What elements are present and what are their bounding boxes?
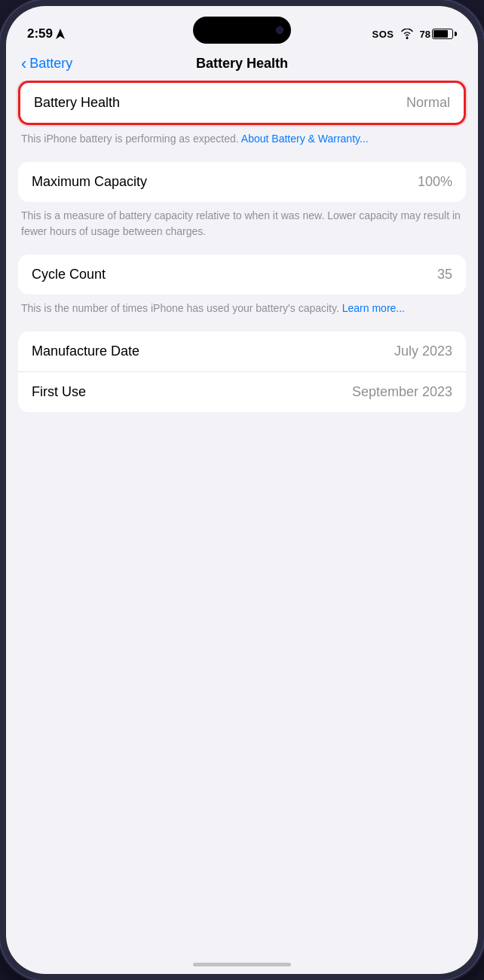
battery-warranty-link[interactable]: About Battery & Warranty... — [241, 133, 369, 145]
manufacture-date-row: Manufacture Date July 2023 — [18, 331, 466, 371]
cycle-count-label: Cycle Count — [32, 267, 106, 282]
page-title: Battery Health — [196, 56, 288, 72]
cycle-count-learn-more-link[interactable]: Learn more... — [342, 302, 405, 314]
battery-health-label: Battery Health — [34, 95, 120, 111]
camera-dot — [276, 26, 283, 34]
back-chevron-icon: ‹ — [21, 56, 26, 72]
manufacture-date-value: July 2023 — [394, 343, 452, 359]
battery-health-card: Battery Health Normal — [18, 81, 466, 125]
cycle-count-value: 35 — [437, 267, 452, 282]
first-use-label: First Use — [32, 384, 86, 400]
cycle-count-description: This is the number of times iPhone has u… — [18, 301, 466, 316]
svg-point-1 — [406, 37, 408, 39]
cycle-count-card: Cycle Count 35 — [18, 255, 466, 295]
back-button[interactable]: ‹ Battery — [21, 56, 72, 72]
dates-card-group: Manufacture Date July 2023 First Use Sep… — [18, 331, 466, 412]
battery-body — [432, 29, 453, 39]
location-icon — [56, 29, 65, 39]
battery-health-description: This iPhone battery is performing as exp… — [18, 131, 466, 147]
content-area: Battery Health Normal This iPhone batter… — [6, 81, 478, 418]
maximum-capacity-value: 100% — [418, 174, 452, 190]
back-label: Battery — [29, 56, 72, 72]
maximum-capacity-label: Maximum Capacity — [32, 174, 147, 190]
status-time: 2:59 — [27, 26, 65, 41]
battery-fill — [433, 30, 448, 38]
svg-marker-0 — [56, 29, 65, 39]
status-right: SOS 78 — [372, 29, 457, 40]
dynamic-island — [193, 17, 291, 44]
phone-frame: 2:59 SOS 78 — [0, 0, 484, 980]
manufacture-date-label: Manufacture Date — [32, 343, 139, 359]
screen: 2:59 SOS 78 — [6, 6, 478, 974]
maximum-capacity-description: This is a measure of battery capacity re… — [18, 208, 466, 240]
wifi-icon — [400, 29, 414, 39]
sos-label: SOS — [372, 29, 394, 40]
battery-indicator: 78 — [420, 29, 457, 40]
maximum-capacity-card: Maximum Capacity 100% — [18, 162, 466, 202]
first-use-row: First Use September 2023 — [18, 371, 466, 412]
battery-tip — [455, 32, 457, 36]
first-use-value: September 2023 — [352, 384, 452, 400]
nav-header: ‹ Battery Battery Health — [6, 50, 478, 81]
home-indicator — [193, 963, 291, 966]
battery-health-value: Normal — [406, 95, 450, 111]
